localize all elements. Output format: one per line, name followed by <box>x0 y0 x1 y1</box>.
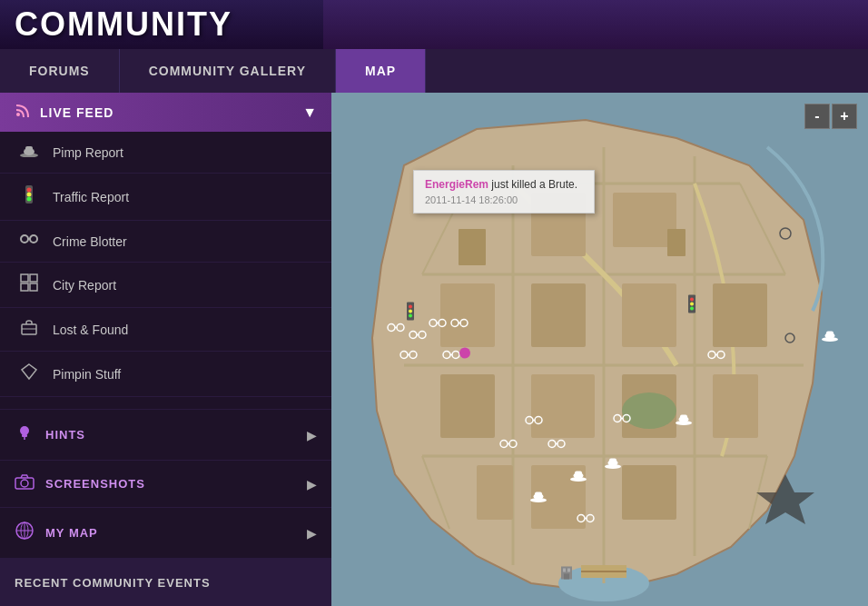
menu-item-crime-blotter[interactable]: Crime Blotter <box>0 221 331 263</box>
svg-rect-100 <box>680 415 687 420</box>
svg-point-64 <box>409 332 417 339</box>
header: COMMUNITY <box>0 0 868 49</box>
live-feed-header[interactable]: LIVE FEED ▼ <box>0 93 331 132</box>
my-map-section[interactable]: MY MAP ▶ <box>0 508 331 559</box>
svg-rect-52 <box>477 465 513 520</box>
chevron-down-icon: ▼ <box>302 104 317 121</box>
menu-item-lost-found[interactable]: Lost & Found <box>0 308 331 352</box>
svg-rect-51 <box>622 465 676 520</box>
map-area[interactable]: EnergieRem just killed a Brute. 2011-11-… <box>331 93 868 606</box>
crime-blotter-label: Crime Blotter <box>53 234 127 249</box>
sidebar: LIVE FEED ▼ Pimp Report <box>0 93 331 606</box>
svg-rect-47 <box>713 374 758 438</box>
pimp-report-label: Pimp Report <box>53 145 123 160</box>
map-marker-pink <box>459 347 471 363</box>
svg-rect-13 <box>21 283 28 291</box>
svg-point-79 <box>459 348 470 359</box>
hat-marker-2 <box>604 455 622 472</box>
svg-rect-41 <box>613 193 676 247</box>
menu-item-city-report[interactable]: City Report <box>0 263 331 308</box>
svg-point-65 <box>419 332 426 339</box>
svg-point-107 <box>690 303 694 306</box>
main-layout: LIVE FEED ▼ Pimp Report <box>0 93 868 606</box>
tooltip-timestamp: 2011-11-14 18:26:00 <box>425 194 583 205</box>
tooltip-text: just killed a Brute. <box>488 178 577 191</box>
svg-point-106 <box>690 298 694 302</box>
map-marker-6 <box>442 349 460 364</box>
svg-point-6 <box>27 193 32 197</box>
my-map-chevron-right-icon: ▶ <box>307 526 317 541</box>
svg-point-9 <box>30 235 37 243</box>
map-marker-12 <box>707 349 725 364</box>
svg-point-0 <box>16 113 20 116</box>
svg-point-83 <box>500 441 508 448</box>
menu-item-pimpin-stuff[interactable]: Pimpin Stuff <box>0 352 331 397</box>
lightbulb-icon <box>15 422 35 447</box>
map-marker-10 <box>613 412 631 428</box>
traffic-icon <box>18 184 40 209</box>
svg-rect-91 <box>575 472 582 476</box>
svg-point-71 <box>460 320 468 327</box>
menu-item-traffic-report[interactable]: Traffic Report <box>0 174 331 221</box>
hat-marker-3 <box>529 489 547 506</box>
svg-marker-17 <box>22 364 36 379</box>
svg-rect-110 <box>563 569 566 572</box>
svg-rect-94 <box>609 459 616 463</box>
traffic-marker-2 <box>686 294 698 317</box>
map-zoom-controls: - + <box>804 104 857 129</box>
screenshots-label: SCREENSHOTS <box>45 477 145 491</box>
building-marker-1 <box>559 565 574 584</box>
svg-point-67 <box>429 320 437 327</box>
map-tooltip: EnergieRem just killed a Brute. 2011-11-… <box>413 170 595 214</box>
svg-rect-97 <box>535 492 542 497</box>
svg-point-80 <box>526 417 533 424</box>
svg-point-103 <box>409 310 412 313</box>
svg-rect-14 <box>30 283 37 291</box>
map-marker-3 <box>429 317 447 333</box>
tab-community-gallery[interactable]: COMMUNITY GALLERY <box>120 49 336 93</box>
zoom-plus-button[interactable]: + <box>832 104 857 129</box>
svg-rect-58 <box>459 229 486 265</box>
svg-point-7 <box>27 197 32 202</box>
pimpin-stuff-label: Pimpin Stuff <box>53 367 121 382</box>
page-title: COMMUNITY <box>15 5 232 44</box>
svg-rect-48 <box>440 283 495 347</box>
tab-forums[interactable]: FORUMS <box>0 49 120 93</box>
screenshots-section[interactable]: SCREENSHOTS ▶ <box>0 461 331 508</box>
menu-items: Pimp Report Traffic Report <box>0 132 331 409</box>
traffic-report-label: Traffic Report <box>53 190 129 204</box>
svg-point-22 <box>21 480 28 487</box>
map-marker-11 <box>577 512 595 528</box>
zoom-minus-button[interactable]: - <box>804 104 830 129</box>
svg-rect-43 <box>622 283 676 347</box>
map-marker-4 <box>450 317 469 333</box>
svg-point-81 <box>535 417 542 424</box>
menu-item-pimp-report[interactable]: Pimp Report <box>0 132 331 174</box>
svg-point-84 <box>509 441 517 448</box>
hat-icon <box>18 143 40 162</box>
svg-rect-44 <box>713 283 767 347</box>
svg-point-76 <box>443 352 450 359</box>
svg-rect-111 <box>567 569 570 572</box>
svg-rect-124 <box>826 332 833 336</box>
map-marker-1 <box>387 322 405 337</box>
hat-marker-4 <box>675 412 693 429</box>
svg-point-18 <box>20 426 29 435</box>
tab-bar: FORUMS COMMUNITY GALLERY MAP <box>0 49 868 93</box>
hints-section[interactable]: HINTS ▶ <box>0 410 331 461</box>
recent-events-label: RECENT COMMUNITY EVENTS <box>15 576 211 590</box>
recent-events-footer[interactable]: RECENT COMMUNITY EVENTS <box>0 559 331 606</box>
svg-rect-3 <box>25 146 33 152</box>
live-feed-label: LIVE FEED <box>40 105 113 120</box>
svg-point-73 <box>400 352 408 359</box>
map-marker-9 <box>547 438 566 453</box>
svg-rect-11 <box>21 274 28 282</box>
traffic-marker-1 <box>404 302 417 324</box>
my-map-icon <box>15 521 35 545</box>
lost-found-label: Lost & Found <box>53 323 128 337</box>
tab-map[interactable]: MAP <box>336 49 426 93</box>
hat-marker-5 <box>821 328 839 345</box>
svg-point-68 <box>439 320 446 327</box>
hat-marker-1 <box>569 468 587 485</box>
svg-point-87 <box>557 441 565 448</box>
